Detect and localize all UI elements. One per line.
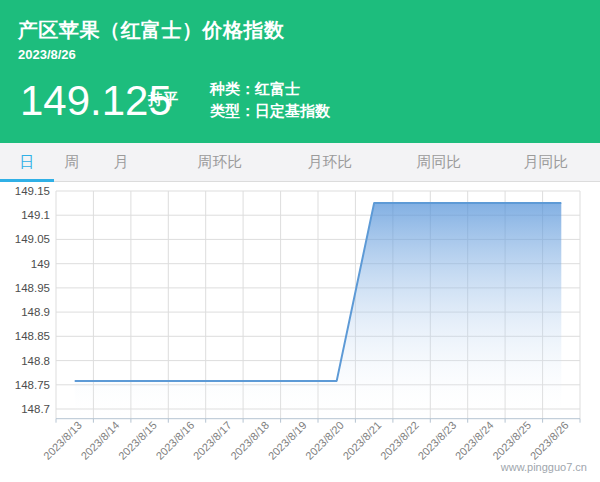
svg-text:2023/8/24: 2023/8/24 <box>453 419 496 462</box>
svg-text:2023/8/25: 2023/8/25 <box>490 419 533 462</box>
svg-text:149.15: 149.15 <box>15 185 50 197</box>
price-chart: 149.15149.1149.05149148.95148.9148.85148… <box>0 182 600 482</box>
svg-text:148.95: 148.95 <box>15 282 50 294</box>
svg-text:2023/8/21: 2023/8/21 <box>340 419 383 462</box>
y-axis-labels: 149.15149.1149.05149148.95148.9148.85148… <box>15 185 50 415</box>
tab-week-yoy[interactable]: 周同比 <box>372 143 506 181</box>
x-axis <box>56 419 580 423</box>
svg-text:2023/8/26: 2023/8/26 <box>528 419 571 462</box>
meta-type: 类型：日定基指数 <box>210 100 330 122</box>
svg-text:148.7: 148.7 <box>21 403 50 415</box>
date-label: 2023/8/26 <box>18 47 76 62</box>
tab-week[interactable]: 周 <box>54 143 90 181</box>
trend-label: 持平 <box>148 90 178 109</box>
svg-text:148.9: 148.9 <box>21 306 50 318</box>
svg-text:149.1: 149.1 <box>21 209 50 221</box>
svg-text:2023/8/18: 2023/8/18 <box>228 419 271 462</box>
svg-text:148.85: 148.85 <box>15 330 50 342</box>
svg-text:2023/8/19: 2023/8/19 <box>266 419 309 462</box>
tab-day[interactable]: 日 <box>0 143 54 181</box>
svg-text:2023/8/17: 2023/8/17 <box>191 419 234 462</box>
tab-bar: 日 周 月 周环比 月环比 周同比 月同比 <box>0 143 600 182</box>
svg-text:2023/8/22: 2023/8/22 <box>378 419 421 462</box>
chart-svg[interactable]: 149.15149.1149.05149148.95148.9148.85148… <box>0 182 600 482</box>
x-axis-labels: 2023/8/132023/8/142023/8/152023/8/162023… <box>41 419 571 462</box>
tab-month-mom[interactable]: 月环比 <box>288 143 372 181</box>
svg-text:2023/8/16: 2023/8/16 <box>153 419 196 462</box>
tab-month-yoy[interactable]: 月同比 <box>506 143 586 181</box>
index-meta: 种类：红富士 类型：日定基指数 <box>210 78 330 122</box>
svg-text:149: 149 <box>31 258 50 270</box>
svg-text:149.05: 149.05 <box>15 233 50 245</box>
svg-text:2023/8/20: 2023/8/20 <box>303 419 346 462</box>
svg-text:2023/8/13: 2023/8/13 <box>41 419 84 462</box>
watermark: www.pingguo7.cn <box>501 461 587 473</box>
page-title: 产区苹果（红富士）价格指数 <box>18 17 285 44</box>
meta-kind: 种类：红富士 <box>210 78 330 100</box>
svg-text:2023/8/14: 2023/8/14 <box>78 419 121 462</box>
tab-week-mom[interactable]: 周环比 <box>152 143 288 181</box>
svg-text:2023/8/23: 2023/8/23 <box>415 419 458 462</box>
header: 产区苹果（红富士）价格指数 2023/8/26 149.125 持平 种类：红富… <box>0 0 600 143</box>
tab-month[interactable]: 月 <box>90 143 152 181</box>
svg-text:2023/8/15: 2023/8/15 <box>116 419 159 462</box>
svg-text:148.8: 148.8 <box>21 355 50 367</box>
svg-text:148.75: 148.75 <box>15 379 50 391</box>
page: 产区苹果（红富士）价格指数 2023/8/26 149.125 持平 种类：红富… <box>0 0 600 482</box>
